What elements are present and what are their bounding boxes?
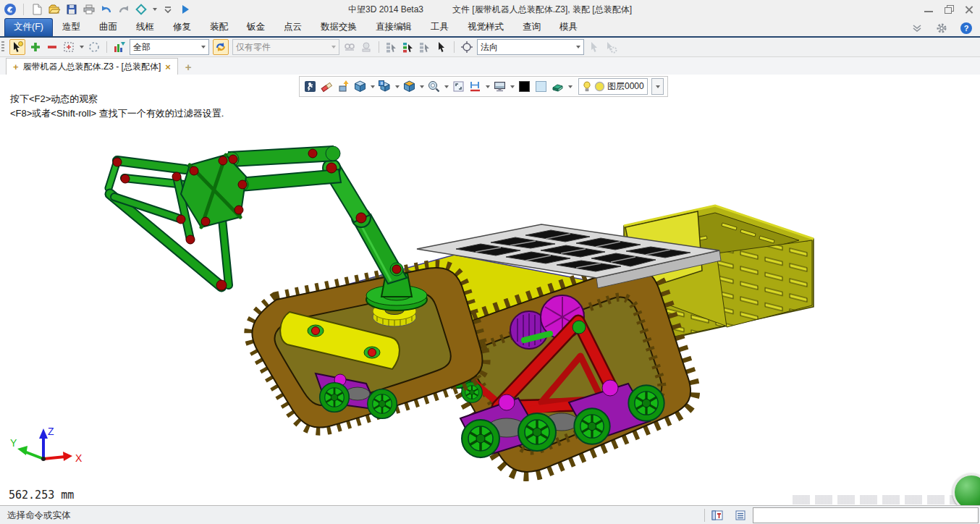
menu-direct-edit[interactable]: 直接编辑 <box>366 19 421 36</box>
lasso-select-icon[interactable] <box>88 41 101 54</box>
svg-text:Z: Z <box>48 426 54 437</box>
layer-bulb-icon[interactable] <box>582 81 592 93</box>
coordinate-triad: Z Y X <box>10 426 83 464</box>
open-file-icon[interactable] <box>48 3 61 16</box>
view-orientation-icon[interactable] <box>378 80 392 93</box>
menu-assembly[interactable]: 装配 <box>200 19 237 36</box>
pick-list-cycle-icon[interactable] <box>402 41 415 54</box>
redo-icon[interactable] <box>117 3 130 16</box>
menu-bar: 文件(F) 造型 曲面 线框 修复 装配 钣金 点云 数据交换 直接编辑 工具 … <box>0 19 980 38</box>
graphics-viewport[interactable]: Z Y X <box>0 75 980 505</box>
zoom-icon[interactable] <box>427 80 441 93</box>
output-log-icon[interactable] <box>734 509 747 522</box>
close-button[interactable] <box>964 5 974 14</box>
zoom-caret[interactable] <box>444 85 449 88</box>
shaded-view-icon[interactable] <box>353 80 367 93</box>
new-file-icon[interactable] <box>30 3 43 16</box>
measure-caret[interactable] <box>486 85 490 88</box>
menu-repair[interactable]: 修复 <box>164 19 200 36</box>
pick-list-prev-icon[interactable] <box>385 41 398 54</box>
save-icon[interactable] <box>65 3 78 16</box>
da-toolbar: 图层0000 <box>299 76 668 97</box>
tab-pin-icon[interactable]: + <box>13 62 19 72</box>
play-icon[interactable] <box>179 3 192 16</box>
left-track[interactable] <box>252 268 482 428</box>
orientation-select[interactable]: 法向 <box>477 39 584 55</box>
document-tab-bar: + 履带机器人总装配体.Z3 - [总装配体] × + <box>0 57 980 75</box>
isometric-view-caret[interactable] <box>420 85 424 88</box>
eraser-icon[interactable] <box>320 80 334 93</box>
exit-icon[interactable] <box>303 80 317 93</box>
assembly-3d-view[interactable]: Z Y X <box>0 75 980 505</box>
view-navigation-caret[interactable] <box>153 8 157 11</box>
menu-visual-style[interactable]: 视觉样式 <box>458 19 513 36</box>
minimize-button[interactable] <box>924 5 934 14</box>
menu-data-exchange[interactable]: 数据交换 <box>311 19 366 36</box>
pick-list-next-icon[interactable] <box>418 41 431 54</box>
filter-select[interactable]: 全部 <box>130 39 209 55</box>
filter-select-value: 全部 <box>133 41 151 54</box>
toolbar-grip[interactable] <box>1 41 4 53</box>
view-navigation-icon[interactable] <box>135 3 148 16</box>
print-icon[interactable] <box>83 3 96 16</box>
zoom-fit-icon[interactable] <box>452 80 465 93</box>
reorient-view-icon[interactable] <box>460 41 473 54</box>
menu-sheetmetal[interactable]: 钣金 <box>237 19 274 36</box>
hint-line-1: 按下<F2>动态的观察 <box>10 92 224 106</box>
box-select-icon[interactable] <box>62 41 75 54</box>
document-tab-active[interactable]: + 履带机器人总装配体.Z3 - [总装配体] × <box>6 58 178 75</box>
layer-control[interactable]: 图层0000 <box>578 78 648 95</box>
menu-file[interactable]: 文件(F) <box>4 18 53 36</box>
selection-filter-icon[interactable] <box>113 41 126 54</box>
collapse-toolbar-icon[interactable] <box>161 3 174 16</box>
command-input[interactable] <box>753 507 979 523</box>
menu-pointcloud[interactable]: 点云 <box>274 19 311 36</box>
tab-close-icon[interactable]: × <box>165 62 171 72</box>
restore-button[interactable] <box>944 5 954 14</box>
help-icon[interactable]: ? <box>960 22 973 35</box>
pick-tool-icon[interactable] <box>9 39 25 55</box>
layer-dropdown-button[interactable] <box>651 78 664 95</box>
menu-mold[interactable]: 模具 <box>550 19 587 36</box>
layer-color-icon[interactable] <box>594 81 605 92</box>
display-mode-caret[interactable] <box>510 85 515 88</box>
document-tab-label: 履带机器人总装配体.Z3 - [总装配体] <box>23 61 161 73</box>
menu-inquire[interactable]: 查询 <box>513 19 550 36</box>
extrude-icon[interactable] <box>337 80 350 93</box>
status-message: 选择命令或实体 <box>0 510 71 522</box>
pick-face-icon <box>588 41 601 54</box>
pick-settings-icon <box>604 41 617 54</box>
settings-gear-icon[interactable] <box>935 22 948 35</box>
background-black-swatch[interactable] <box>518 80 531 93</box>
shaded-view-caret[interactable] <box>371 85 375 88</box>
hint-line-2: <F8>或者<Shift-roll> 查找下一个有效的过滤器设置. <box>10 106 224 121</box>
pick-from-list-toggle-icon[interactable] <box>213 39 229 55</box>
zw3d-window: 中望3D 2014 Beta3 文件 [履带机器人总装配体.Z3], 装配 [总… <box>0 0 980 524</box>
box-select-caret[interactable] <box>80 46 84 48</box>
display-mode-icon[interactable] <box>493 80 507 93</box>
view-orientation-caret[interactable] <box>395 85 400 88</box>
section-view-icon[interactable] <box>551 80 565 93</box>
remove-from-selection-icon[interactable] <box>46 41 59 54</box>
divider <box>454 41 455 53</box>
divider <box>106 41 107 53</box>
menu-shape[interactable]: 造型 <box>53 19 90 36</box>
app-title: 中望3D 2014 Beta3 <box>348 4 423 16</box>
menu-surface[interactable]: 曲面 <box>90 19 127 36</box>
new-tab-button[interactable]: + <box>178 61 199 75</box>
section-view-caret[interactable] <box>568 85 573 88</box>
menu-wireframe[interactable]: 线框 <box>127 19 164 36</box>
manager-panel-icon[interactable] <box>711 509 724 522</box>
constraint-state-icon <box>360 41 373 54</box>
expand-ribbon-icon[interactable] <box>911 22 924 35</box>
menu-tools[interactable]: 工具 <box>421 19 458 36</box>
background-blue-swatch[interactable] <box>534 80 548 93</box>
robot-arm[interactable] <box>109 146 427 326</box>
undo-icon[interactable] <box>100 3 113 16</box>
add-to-selection-icon[interactable] <box>29 41 42 54</box>
svg-text:Y: Y <box>10 437 17 449</box>
measure-icon[interactable] <box>468 80 482 93</box>
isometric-view-icon[interactable] <box>402 80 416 93</box>
cursor-pick-icon[interactable] <box>435 41 448 54</box>
divider <box>704 509 705 522</box>
